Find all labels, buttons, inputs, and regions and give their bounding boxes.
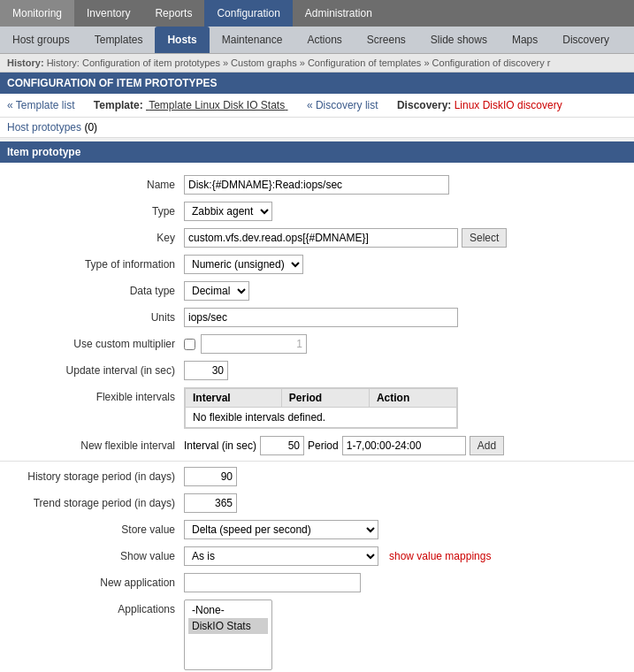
new-application-label: New application — [7, 573, 184, 589]
history-content — [184, 467, 627, 486]
store-value-row: Store value Delta (speed per second) — [0, 516, 634, 543]
type-label: Type — [7, 202, 184, 218]
key-row: Key Select — [0, 225, 634, 251]
type-info-content: Numeric (unsigned) — [184, 255, 627, 274]
discovery-label: Discovery: — [397, 99, 451, 111]
nav-administration[interactable]: Administration — [293, 0, 385, 27]
show-value-content: As is show value mappings — [184, 546, 627, 566]
app-option-diskio: DiskIO Stats — [188, 618, 268, 634]
host-prototypes-count: (0) — [84, 121, 97, 134]
breadcrumb: History: History: Configuration of item … — [0, 54, 634, 73]
type-info-row: Type of information Numeric (unsigned) — [0, 251, 634, 278]
flex-empty-row: No flexible intervals defined. — [186, 408, 457, 428]
template-list-link[interactable]: « Template list — [7, 99, 75, 111]
host-prototypes-bar: Host prototypes (0) — [0, 118, 634, 138]
custom-multiplier-label: Use custom multiplier — [7, 334, 184, 350]
page-title: CONFIGURATION OF ITEM PROTOTYPES — [0, 73, 634, 94]
discovery-list-link[interactable]: « Discovery list — [307, 99, 378, 111]
app-option-none: -None- — [188, 602, 268, 618]
trend-input[interactable] — [184, 493, 237, 513]
show-value-mappings-link[interactable]: show value mappings — [389, 550, 491, 562]
nav-maps[interactable]: Maps — [500, 27, 550, 53]
data-type-row: Data type Decimal — [0, 278, 634, 304]
add-button[interactable]: Add — [470, 436, 504, 455]
applications-list[interactable]: -None- DiskIO Stats — [184, 599, 272, 670]
applications-label: Applications — [7, 599, 184, 615]
template-name: Template Linux Disk IO Stats — [146, 99, 288, 111]
type-info-select[interactable]: Numeric (unsigned) — [184, 255, 303, 274]
nav-templates[interactable]: Templates — [82, 27, 156, 53]
period-label-text: Period — [308, 439, 339, 452]
new-flex-interval-label: New flexible interval — [7, 436, 184, 452]
second-nav-bar: Host groups Templates Hosts Maintenance … — [0, 27, 634, 54]
name-input[interactable] — [184, 175, 449, 195]
history-input[interactable] — [184, 467, 237, 486]
data-type-content: Decimal — [184, 281, 627, 301]
trend-content — [184, 493, 627, 513]
multiplier-value-input[interactable] — [201, 334, 307, 354]
select-button[interactable]: Select — [462, 228, 507, 248]
units-row: Units — [0, 304, 634, 331]
flex-table-header-row: Interval Period Action — [186, 389, 457, 408]
flex-table-inner: Interval Period Action No flexible inter… — [185, 388, 457, 428]
type-content: Zabbix agent — [184, 202, 627, 221]
data-type-label: Data type — [7, 281, 184, 297]
nav-discovery[interactable]: Discovery — [550, 27, 622, 53]
trend-label: Trend storage period (in days) — [7, 493, 184, 509]
trend-row: Trend storage period (in days) — [0, 490, 634, 516]
type-row: Type Zabbix agent — [0, 198, 634, 225]
template-label: Template: — [94, 99, 143, 111]
show-value-select[interactable]: As is — [184, 546, 378, 566]
nav-configuration[interactable]: Configuration — [204, 0, 292, 27]
divider1 — [0, 461, 634, 462]
nav-screens[interactable]: Screens — [355, 27, 418, 53]
key-label: Key — [7, 228, 184, 244]
flexible-intervals-row: Flexible intervals Interval Period Actio… — [0, 384, 634, 432]
new-flex-interval-content: Interval (in sec) Period Add — [184, 436, 627, 455]
nav-host-groups[interactable]: Host groups — [0, 27, 82, 53]
new-application-content — [184, 573, 627, 592]
units-input[interactable] — [184, 308, 458, 327]
flex-empty-cell: No flexible intervals defined. — [186, 408, 457, 428]
units-content — [184, 308, 627, 327]
update-interval-input[interactable] — [184, 361, 228, 380]
data-type-select[interactable]: Decimal — [184, 281, 249, 301]
update-interval-content — [184, 361, 627, 380]
nav-monitoring[interactable]: Monitoring — [0, 0, 74, 27]
key-content: Select — [184, 228, 627, 248]
breadcrumb-label: History: — [7, 57, 44, 68]
top-nav-bar: Monitoring Inventory Reports Configurati… — [0, 0, 634, 27]
nav-hosts[interactable]: Hosts — [155, 27, 209, 53]
applications-row: Applications -None- DiskIO Stats — [0, 596, 634, 672]
flex-table-body: No flexible intervals defined. — [186, 408, 457, 428]
store-value-label: Store value — [7, 520, 184, 536]
store-value-content: Delta (speed per second) — [184, 520, 627, 539]
nav-actions[interactable]: Actions — [294, 27, 354, 53]
custom-multiplier-content — [184, 334, 627, 354]
show-value-label: Show value — [7, 546, 184, 562]
new-flex-interval-row: New flexible interval Interval (in sec) … — [0, 432, 634, 459]
nav-maintenance[interactable]: Maintenance — [210, 27, 295, 53]
custom-multiplier-checkbox[interactable] — [184, 339, 195, 350]
name-content — [184, 175, 627, 195]
discovery-name-link[interactable]: Linux DiskIO discovery — [454, 99, 562, 111]
nav-inventory[interactable]: Inventory — [74, 0, 142, 27]
new-application-input[interactable] — [184, 573, 361, 592]
name-label: Name — [7, 175, 184, 191]
interval-in-sec-label: Interval (in sec) — [184, 439, 256, 452]
name-row: Name — [0, 172, 634, 198]
period-input[interactable] — [342, 436, 466, 455]
type-select[interactable]: Zabbix agent — [184, 202, 272, 221]
units-label: Units — [7, 308, 184, 324]
update-interval-label: Update interval (in sec) — [7, 361, 184, 377]
store-value-select[interactable]: Delta (speed per second) — [184, 520, 378, 539]
host-prototypes-link[interactable]: Host prototypes — [7, 121, 81, 134]
flex-interval-inputs: Interval (in sec) Period Add — [184, 436, 504, 455]
interval-sec-input[interactable] — [260, 436, 304, 455]
nav-reports[interactable]: Reports — [142, 0, 204, 27]
form-area: Name Type Zabbix agent Key Select Type o… — [0, 163, 634, 672]
key-input[interactable] — [184, 228, 458, 248]
nav-slide-shows[interactable]: Slide shows — [418, 27, 500, 53]
new-application-row: New application — [0, 569, 634, 596]
nav-links-bar: « Template list Template: Template Linux… — [0, 94, 634, 118]
